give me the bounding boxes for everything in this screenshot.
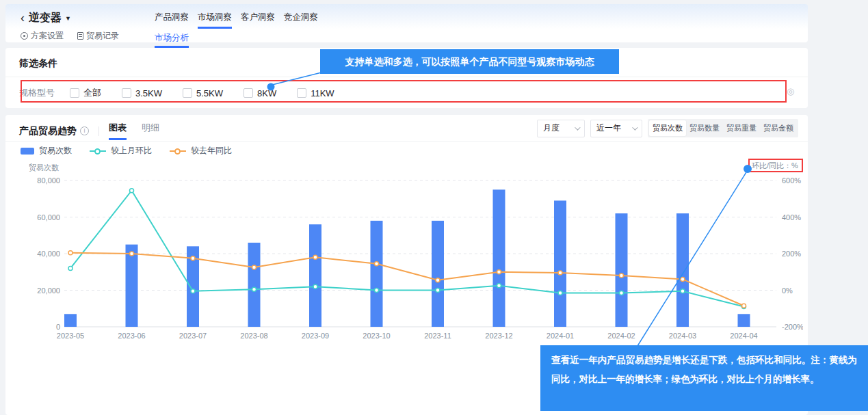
checkbox-icon[interactable] <box>244 88 253 98</box>
data-point[interactable] <box>313 284 317 289</box>
checkbox-icon[interactable] <box>122 88 131 98</box>
data-point[interactable] <box>191 256 195 260</box>
x-axis-label: 2023-09 <box>302 332 329 340</box>
legend-bar-swatch <box>21 148 34 155</box>
header-actions: 方案设置贸易记录 <box>21 30 119 42</box>
data-point[interactable] <box>436 278 440 282</box>
legend-dot <box>174 148 181 155</box>
spec-option[interactable]: 3.5KW <box>122 88 162 98</box>
checkbox-label: 全部 <box>83 87 101 99</box>
main-tab[interactable]: 竞企洞察 <box>284 12 318 29</box>
subtab-market-analysis[interactable]: 市场分析 <box>155 32 189 48</box>
divider <box>98 126 99 136</box>
metric-button[interactable]: 贸易金额 <box>760 120 797 136</box>
data-point[interactable] <box>681 277 685 281</box>
y-left-tick: 60,000 <box>37 213 60 222</box>
range-select-value: 近一年 <box>596 122 621 134</box>
data-point[interactable] <box>497 284 501 288</box>
legend-item[interactable]: 贸易次数 <box>21 145 72 157</box>
metric-button[interactable]: 贸易数量 <box>686 120 723 136</box>
metric-button[interactable]: 贸易次数 <box>649 120 686 136</box>
legend-label: 较上月环比 <box>111 145 152 157</box>
trade-count-bar[interactable] <box>676 213 689 327</box>
trade-count-bar[interactable] <box>64 314 77 327</box>
legend-item[interactable]: 较上月环比 <box>90 145 152 157</box>
filter-settings-icon[interactable]: ◎ <box>787 86 794 96</box>
data-point[interactable] <box>68 251 73 255</box>
trade-count-bar[interactable] <box>432 221 444 327</box>
data-point[interactable] <box>375 289 379 293</box>
trade-count-bar[interactable] <box>493 189 505 327</box>
x-axis-label: 2023-05 <box>57 332 84 340</box>
x-axis-label: 2023-06 <box>118 332 145 340</box>
spec-option[interactable]: 5.5KW <box>183 88 223 98</box>
period-select[interactable]: 月度 <box>537 120 585 137</box>
page-title[interactable]: 逆变器 <box>29 11 62 25</box>
x-axis-label: 2024-04 <box>730 332 757 340</box>
data-point[interactable] <box>191 289 195 293</box>
checkbox-icon[interactable] <box>70 88 79 98</box>
data-point[interactable] <box>742 304 746 308</box>
data-point[interactable] <box>558 291 562 295</box>
x-axis-label: 2023-07 <box>179 332 207 340</box>
main-tab[interactable]: 产品洞察 <box>155 12 189 29</box>
trade-count-bar[interactable] <box>248 243 261 327</box>
data-point[interactable] <box>252 265 257 269</box>
metric-button[interactable]: 贸易重量 <box>723 120 760 136</box>
y-right-tick: -200% <box>782 323 803 331</box>
trend-chart: 80,000600%60,000400%40,000200%20,0000%0-… <box>15 161 803 347</box>
checkbox-icon[interactable] <box>183 88 192 98</box>
back-icon[interactable]: ‹ <box>21 11 25 25</box>
annotation-callout-filter: 支持单选和多选，可以按照单个产品不同型号观察市场动态 <box>320 49 619 74</box>
spec-filter-label: 规格型号 <box>19 87 55 99</box>
data-point[interactable] <box>252 287 257 291</box>
x-axis-label: 2023-10 <box>363 332 390 340</box>
main-tab[interactable]: 客户洞察 <box>241 12 275 29</box>
data-point[interactable] <box>130 252 134 256</box>
data-point[interactable] <box>558 271 562 275</box>
legend-line-swatch <box>170 150 186 152</box>
annotation-callout-trend: 查看近一年内产品贸易趋势是增长还是下跌，包括环比和同比。注：黄线为同比，对比上一… <box>540 345 868 411</box>
info-icon[interactable]: i <box>80 126 89 135</box>
view-tab[interactable]: 图表 <box>109 122 127 140</box>
data-point[interactable] <box>68 266 73 270</box>
data-point[interactable] <box>436 289 440 293</box>
data-point[interactable] <box>620 273 624 278</box>
checkbox-label: 5.5KW <box>196 88 223 98</box>
checkbox-label: 3.5KW <box>135 88 162 98</box>
trade-count-bar[interactable] <box>309 224 321 327</box>
market-insight-page: ‹ 逆变器 ▼ 方案设置贸易记录 产品洞察市场洞察客户洞察竞企洞察 市场分析 筛… <box>0 0 868 415</box>
x-axis-label: 2023-12 <box>485 332 512 340</box>
data-point[interactable] <box>313 255 317 259</box>
main-tab[interactable]: 市场洞察 <box>198 12 232 29</box>
spec-option[interactable]: 8KW <box>244 88 276 98</box>
y-left-tick: 20,000 <box>37 286 60 295</box>
view-tab[interactable]: 明细 <box>142 122 159 140</box>
trade-count-bar[interactable] <box>738 314 750 327</box>
x-axis-label: 2024-02 <box>607 332 635 340</box>
data-point[interactable] <box>497 270 501 274</box>
legend-item[interactable]: 较去年同比 <box>170 145 232 157</box>
spec-checkbox-group: 全部3.5KW5.5KW8KW11KW <box>70 87 334 99</box>
data-point[interactable] <box>375 262 379 266</box>
header-action-doc[interactable]: 贸易记录 <box>77 30 119 42</box>
header-action-target[interactable]: 方案设置 <box>21 30 64 42</box>
checkbox-icon[interactable] <box>297 88 306 98</box>
trade-count-bar[interactable] <box>616 213 628 327</box>
data-point[interactable] <box>130 189 134 193</box>
main-tabs: 产品洞察市场洞察客户洞察竞企洞察 <box>155 12 318 29</box>
trend-header: 产品贸易趋势 i 图表明细 <box>19 122 159 140</box>
trade-count-bar[interactable] <box>126 245 138 327</box>
y-right-tick: 400% <box>782 213 801 222</box>
range-select[interactable]: 近一年 <box>590 120 642 137</box>
x-axis-label: 2024-01 <box>547 332 574 340</box>
spec-option[interactable]: 11KW <box>297 88 334 98</box>
data-point[interactable] <box>681 289 685 293</box>
legend-line-swatch <box>90 150 106 152</box>
tabs-area: 产品洞察市场洞察客户洞察竞企洞察 市场分析 <box>155 12 318 48</box>
trade-count-bar[interactable] <box>554 200 566 327</box>
trade-count-bar[interactable] <box>371 221 383 327</box>
spec-option[interactable]: 全部 <box>70 87 101 99</box>
data-point[interactable] <box>620 291 624 295</box>
dropdown-caret-icon[interactable]: ▼ <box>65 15 71 22</box>
